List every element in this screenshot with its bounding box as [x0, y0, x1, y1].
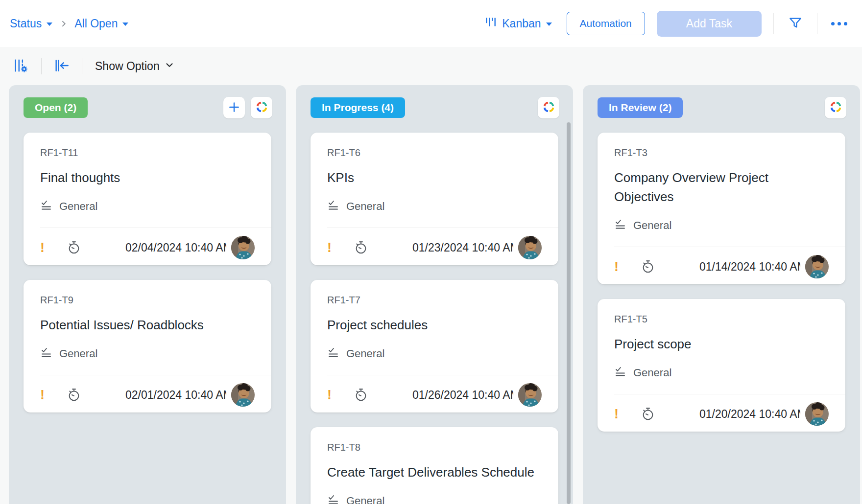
kanban-column: In Review (2) RF1-T3 Company O	[583, 85, 860, 504]
divider	[82, 58, 82, 74]
filter-button[interactable]	[786, 13, 805, 34]
column-scrollbar[interactable]	[567, 122, 571, 504]
column-cycle-button[interactable]	[538, 97, 559, 118]
view-filter-dropdown[interactable]: All Open	[74, 17, 128, 30]
task-list-name: General	[59, 347, 97, 360]
divider	[817, 13, 817, 34]
automation-button[interactable]: Automation	[567, 12, 645, 35]
checklist-icon	[614, 218, 626, 233]
plus-icon	[228, 101, 240, 115]
assignee-avatar[interactable]	[805, 402, 829, 426]
column-status-badge[interactable]: In Progress (4)	[311, 97, 405, 118]
chevron-down-icon	[546, 23, 552, 26]
divider	[40, 375, 271, 375]
view-filter-label: All Open	[74, 17, 118, 30]
divider	[327, 375, 558, 375]
board-settings-button[interactable]	[11, 55, 31, 77]
collapse-columns-button[interactable]	[51, 55, 72, 77]
task-id: RF1-T8	[327, 442, 542, 453]
color-ring-icon	[829, 100, 842, 115]
divider	[773, 13, 774, 34]
checklist-icon	[40, 199, 52, 214]
task-id: RF1-T7	[327, 295, 542, 306]
task-due-date: 01/20/2024 10:40 AM	[699, 408, 800, 421]
task-card-footer: ! 01/14/2024 10:40 AM	[614, 254, 829, 279]
checklist-icon	[327, 199, 339, 214]
stopwatch-icon	[354, 240, 368, 255]
task-id: RF1-T3	[614, 147, 829, 159]
column-cards: RF1-T6 KPIs General ! 01/23/2024 10:40	[296, 118, 573, 504]
task-title: Project schedules	[327, 316, 542, 335]
group-by-dropdown[interactable]: Status	[10, 17, 52, 30]
stopwatch-icon	[641, 407, 655, 421]
task-list-row: General	[327, 346, 542, 361]
more-options-button[interactable]	[829, 20, 849, 27]
task-due-date: 02/04/2024 10:40 AM	[125, 241, 226, 254]
add-card-button[interactable]	[223, 97, 245, 118]
task-due-date: 02/01/2024 10:40 AM	[125, 389, 226, 402]
column-cards: RF1-T11 Final thoughts General ! 02/04/	[9, 118, 286, 412]
breadcrumb-separator-icon	[59, 20, 68, 28]
assignee-avatar[interactable]	[231, 236, 255, 259]
task-card-footer: ! 02/01/2024 10:40 AM	[40, 382, 255, 408]
assignee-avatar[interactable]	[518, 383, 542, 407]
divider	[614, 247, 845, 247]
task-card[interactable]: RF1-T5 Project scope General ! 01/20/20	[598, 299, 845, 432]
task-card[interactable]: RF1-T6 KPIs General ! 01/23/2024 10:40	[311, 133, 558, 265]
task-list-row: General	[614, 218, 829, 233]
divider	[40, 228, 271, 228]
show-option-dropdown[interactable]: Show Option	[95, 60, 174, 73]
column-status-badge[interactable]: In Review (2)	[598, 97, 683, 118]
assignee-avatar[interactable]	[805, 255, 829, 278]
task-card[interactable]: RF1-T9 Potential Issues/ Roadblocks Gene…	[24, 280, 271, 412]
stopwatch-icon	[354, 388, 368, 402]
stopwatch-icon	[67, 240, 81, 255]
task-card[interactable]: RF1-T11 Final thoughts General ! 02/04/	[24, 133, 271, 265]
column-actions	[223, 97, 272, 118]
task-due-date: 01/23/2024 10:40 AM	[412, 241, 513, 254]
column-cycle-button[interactable]	[825, 97, 846, 118]
top-bar: Status All Open Kanban Automation Add Ta…	[0, 0, 862, 47]
kanban-board: Open (2)	[0, 85, 862, 504]
divider	[41, 58, 42, 74]
view-switcher-dropdown[interactable]: Kanban	[484, 16, 551, 31]
checklist-icon	[327, 346, 339, 361]
top-bar-actions: Kanban Automation Add Task	[484, 11, 849, 37]
funnel-icon	[788, 15, 803, 32]
column-header: Open (2)	[9, 85, 286, 118]
task-card[interactable]: RF1-T8 Create Target Deliverables Schedu…	[311, 427, 558, 504]
column-status-badge[interactable]: Open (2)	[24, 97, 88, 118]
priority-exclamation-icon: !	[40, 388, 48, 403]
ellipsis-icon	[831, 22, 847, 25]
task-id: RF1-T11	[40, 147, 255, 159]
task-card[interactable]: RF1-T3 Company Overview Project Objectiv…	[598, 133, 845, 284]
chevron-down-icon	[47, 23, 52, 26]
task-list-row: General	[40, 346, 255, 361]
checklist-icon	[614, 366, 626, 380]
board-settings-icon	[13, 57, 29, 75]
assignee-avatar[interactable]	[518, 236, 542, 259]
task-list-row: General	[327, 494, 542, 504]
color-ring-icon	[542, 100, 555, 115]
divider	[327, 228, 558, 228]
stopwatch-icon	[641, 259, 655, 274]
color-ring-icon	[255, 100, 268, 115]
priority-exclamation-icon: !	[327, 240, 335, 255]
priority-exclamation-icon: !	[614, 259, 622, 275]
column-cycle-button[interactable]	[251, 97, 272, 118]
task-list-name: General	[346, 347, 384, 360]
task-card-footer: ! 02/04/2024 10:40 AM	[40, 235, 255, 260]
task-card[interactable]: RF1-T7 Project schedules General ! 01/2	[311, 280, 558, 412]
group-by-label: Status	[10, 17, 42, 30]
checklist-icon	[40, 346, 52, 361]
task-due-date: 01/26/2024 10:40 AM	[412, 389, 513, 402]
column-cards: RF1-T3 Company Overview Project Objectiv…	[583, 118, 860, 432]
kanban-icon	[484, 16, 497, 31]
view-switcher-label: Kanban	[502, 17, 541, 30]
task-id: RF1-T9	[40, 295, 255, 306]
assignee-avatar[interactable]	[231, 383, 255, 407]
stopwatch-icon	[67, 388, 81, 402]
add-task-button[interactable]: Add Task	[657, 11, 762, 37]
chevron-down-icon	[122, 23, 128, 26]
chevron-down-icon	[165, 60, 174, 73]
